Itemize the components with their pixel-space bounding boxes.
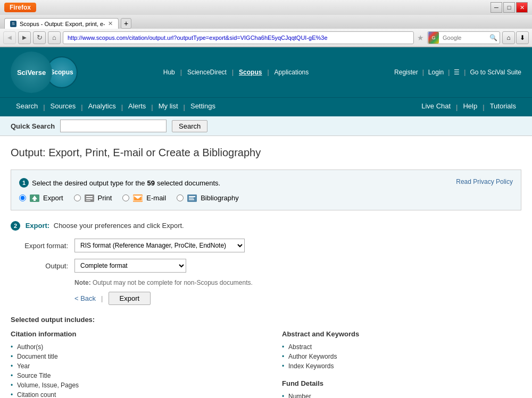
quick-search-button[interactable]: Search bbox=[172, 120, 207, 132]
fund-details-header: Fund Details bbox=[282, 379, 521, 387]
hub-link[interactable]: Hub bbox=[163, 69, 175, 76]
main-nav-left: Search | Sources | Analytics | Alerts | … bbox=[11, 98, 221, 117]
note-text: Note: Output may not be complete for non… bbox=[74, 279, 521, 286]
home-button[interactable]: ⌂ bbox=[48, 31, 61, 44]
address-bar[interactable] bbox=[63, 31, 414, 44]
browser-search-go-button[interactable]: 🔍 bbox=[487, 34, 500, 41]
scopus-nav-link[interactable]: Scopus bbox=[239, 69, 262, 76]
right-sep2: | bbox=[448, 69, 450, 76]
selected-output-section: Selected output includes: Citation infor… bbox=[11, 316, 521, 398]
quick-search-label: Quick Search bbox=[11, 122, 55, 130]
scopus-page: SciVerse Scopus Hub | ScienceDirect | Sc… bbox=[0, 47, 532, 398]
export-option[interactable]: Export bbox=[19, 194, 63, 202]
right-columns: Abstract and Keywords Abstract Author Ke… bbox=[282, 330, 521, 398]
active-tab[interactable]: S Scopus - Output: Export, print, e-mail… bbox=[4, 18, 119, 29]
abstract-keywords-header: Abstract and Keywords bbox=[282, 330, 521, 338]
output-format-select[interactable]: Complete format Standard format Custom f… bbox=[74, 259, 186, 273]
settings-nav-item[interactable]: Settings bbox=[185, 98, 221, 117]
output-format-label: Output: bbox=[11, 262, 74, 270]
help-link[interactable]: Help bbox=[458, 98, 483, 117]
window-close-button[interactable]: ✕ bbox=[516, 2, 528, 13]
citation-info-header: Citation information bbox=[11, 330, 250, 338]
quick-search-input[interactable] bbox=[60, 120, 167, 132]
bibliography-radio[interactable] bbox=[177, 194, 184, 201]
back-button[interactable]: ◄ bbox=[3, 31, 16, 44]
note-label: Note: bbox=[74, 279, 91, 286]
bibliography-option[interactable]: Bibliography bbox=[177, 194, 239, 202]
sciencedirect-link[interactable]: ScienceDirect bbox=[187, 69, 227, 76]
selected-output-title: Selected output includes: bbox=[11, 316, 521, 324]
export-button[interactable]: Export bbox=[109, 292, 151, 305]
refresh-button[interactable]: ↻ bbox=[33, 31, 46, 44]
section1-description: 1 Select the desired output type for the… bbox=[19, 178, 220, 188]
main-nav: Search | Sources | Analytics | Alerts | … bbox=[0, 97, 532, 116]
window-maximize-button[interactable]: □ bbox=[503, 2, 515, 13]
search-engine-icon: G bbox=[428, 32, 439, 44]
email-radio[interactable] bbox=[122, 194, 129, 201]
applications-link[interactable]: Applications bbox=[275, 69, 309, 76]
page-title: Output: Export, Print, E-mail or Create … bbox=[11, 147, 521, 159]
forward-button[interactable]: ► bbox=[18, 31, 31, 44]
export-format-label: Export format: bbox=[11, 242, 74, 250]
register-link[interactable]: Register bbox=[394, 69, 418, 76]
section1-desc-prefix: Select the desired output type for the bbox=[32, 179, 145, 187]
section1-desc-suffix: selected documents. bbox=[157, 179, 220, 187]
print-icon bbox=[85, 194, 94, 202]
bookmark-star-icon[interactable]: ★ bbox=[417, 33, 424, 42]
email-label: E-mail bbox=[146, 194, 166, 202]
back-link[interactable]: < Back bbox=[74, 294, 96, 302]
sources-nav-item[interactable]: Sources bbox=[45, 98, 81, 117]
home-page-button[interactable]: ⌂ bbox=[502, 31, 515, 44]
export-format-row: Export format: RIS format (Reference Man… bbox=[11, 239, 521, 252]
print-option[interactable]: Print bbox=[74, 194, 112, 202]
export-radio[interactable] bbox=[19, 194, 26, 201]
svg-rect-2 bbox=[34, 199, 36, 201]
login-link[interactable]: Login bbox=[428, 69, 444, 76]
list-item: Index Keywords bbox=[282, 361, 521, 371]
svg-rect-12 bbox=[189, 198, 194, 199]
firefox-button[interactable]: Firefox bbox=[4, 3, 36, 12]
bibliography-label: Bibliography bbox=[201, 194, 239, 202]
window-minimize-button[interactable]: ─ bbox=[491, 2, 502, 13]
nav-icon-buttons: ⌂ ⬇ bbox=[502, 31, 529, 44]
export-label: Export bbox=[43, 194, 63, 202]
tutorials-link[interactable]: Tutorials bbox=[485, 98, 521, 117]
content-area: Output: Export, Print, E-mail or Create … bbox=[0, 136, 532, 398]
tab-favicon: S bbox=[10, 21, 16, 27]
new-tab-button[interactable]: + bbox=[121, 18, 131, 29]
export-header: 2 Export: Choose your preferences and cl… bbox=[11, 221, 521, 231]
alerts-nav-item[interactable]: Alerts bbox=[123, 98, 151, 117]
scival-link[interactable]: Go to SciVal Suite bbox=[470, 69, 521, 76]
browser-chrome: Firefox ─ □ ✕ S Scopus - Output: Export,… bbox=[0, 0, 532, 47]
section1-doc-count: 59 bbox=[147, 179, 154, 187]
main-nav-right: Live Chat | Help | Tutorials bbox=[416, 98, 521, 117]
mylist-nav-item[interactable]: My list bbox=[153, 98, 184, 117]
tab-close-button[interactable]: ✕ bbox=[108, 20, 113, 27]
search-nav-item[interactable]: Search bbox=[11, 98, 43, 117]
nav-sep2: | bbox=[232, 69, 234, 76]
list-item: Author Keywords bbox=[282, 352, 521, 361]
settings-icon: ☰ bbox=[454, 69, 460, 76]
note-content: Output may not be complete for non-Scopu… bbox=[93, 279, 253, 286]
privacy-policy-link[interactable]: Read Privacy Policy bbox=[456, 178, 513, 185]
action-row: < Back | Export bbox=[74, 292, 521, 305]
email-option[interactable]: E-mail bbox=[122, 194, 166, 202]
tab-bar: S Scopus - Output: Export, print, e-mail… bbox=[0, 15, 532, 29]
export-icon bbox=[30, 194, 39, 202]
export-format-select[interactable]: RIS format (Reference Manager, ProCite, … bbox=[74, 239, 245, 252]
nav-sep1: | bbox=[180, 69, 182, 76]
downloads-button[interactable]: ⬇ bbox=[516, 31, 529, 44]
print-radio[interactable] bbox=[74, 194, 81, 201]
output-options: Export Print E-mail bbox=[19, 194, 513, 202]
bibliography-icon bbox=[187, 194, 197, 202]
section2-number: 2 bbox=[11, 221, 20, 231]
browser-search-input[interactable] bbox=[439, 35, 487, 41]
list-item: Citation count bbox=[11, 390, 250, 398]
section1-header: 1 Select the desired output type for the… bbox=[19, 178, 513, 188]
livechat-link[interactable]: Live Chat bbox=[416, 98, 456, 117]
list-item: Year bbox=[11, 361, 250, 371]
citation-info-column: Citation information Author(s) Document … bbox=[11, 330, 250, 398]
list-item: Document title bbox=[11, 352, 250, 361]
analytics-nav-item[interactable]: Analytics bbox=[83, 98, 121, 117]
right-sep3: | bbox=[464, 69, 466, 76]
